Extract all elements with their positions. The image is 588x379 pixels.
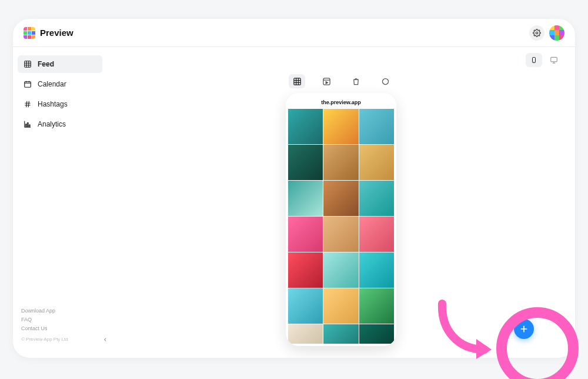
reels-icon [322, 77, 331, 86]
feed-post[interactable] [323, 145, 358, 180]
feed-post[interactable] [359, 252, 394, 288]
feed-post[interactable] [323, 252, 358, 288]
feed-post[interactable] [288, 288, 323, 324]
feed-post[interactable] [359, 288, 394, 324]
sidebar-item-label: Calendar [38, 80, 66, 88]
faq-link[interactable]: FAQ [21, 315, 99, 324]
desktop-icon [550, 56, 558, 64]
brand: Preview [24, 27, 74, 39]
svg-rect-6 [25, 82, 31, 87]
svg-rect-16 [26, 124, 27, 127]
grid-icon [293, 77, 302, 86]
feed-post[interactable] [288, 145, 323, 180]
svg-rect-24 [293, 78, 300, 84]
feed-post[interactable] [359, 109, 394, 144]
feed-post[interactable] [288, 324, 323, 344]
top-bar: Preview [13, 19, 575, 47]
brand-logo-icon [24, 27, 35, 39]
feed-post[interactable] [323, 324, 358, 344]
shopping-bag-icon [352, 77, 360, 86]
tab-stories[interactable] [377, 74, 393, 88]
sidebar-item-analytics[interactable]: Analytics [18, 115, 102, 133]
svg-rect-17 [27, 123, 28, 127]
user-avatar[interactable] [549, 25, 564, 41]
calendar-icon [24, 80, 32, 88]
copyright-text: © Preview App Pty Ltd [21, 335, 99, 344]
hashtag-icon [24, 100, 32, 108]
feed-post[interactable] [323, 288, 358, 324]
svg-rect-1 [25, 61, 31, 68]
sidebar-item-label: Feed [38, 60, 54, 68]
chart-icon [24, 120, 32, 128]
mobile-icon [530, 56, 537, 64]
settings-button[interactable] [529, 25, 544, 41]
feed-post[interactable] [359, 324, 394, 344]
feed-type-tabs [289, 74, 393, 88]
svg-line-12 [26, 101, 27, 108]
feed-post[interactable] [359, 217, 394, 252]
brand-title: Preview [40, 28, 74, 38]
feed-post[interactable] [288, 217, 323, 252]
desktop-view-button[interactable] [546, 53, 562, 67]
sidebar-footer: Download App FAQ Contact Us © Preview Ap… [18, 307, 102, 350]
download-app-link[interactable]: Download App [21, 307, 99, 315]
sidebar-item-label: Hashtags [38, 100, 68, 108]
sidebar-item-hashtags[interactable]: Hashtags [18, 95, 102, 113]
top-actions [529, 25, 564, 41]
device-view-toggle [526, 53, 562, 67]
grid-icon [24, 60, 32, 68]
sidebar-item-label: Analytics [38, 120, 66, 128]
app-window: Preview Feed [13, 19, 575, 358]
feed-post[interactable] [323, 217, 358, 252]
phone-preview: the.preview.app [286, 93, 396, 346]
phone-username: the.preview.app [288, 98, 394, 109]
svg-rect-21 [551, 57, 557, 62]
mobile-view-button[interactable] [526, 53, 542, 67]
sidebar: Feed Calendar Hashtags [13, 47, 107, 358]
feed-post[interactable] [323, 181, 358, 216]
feed-grid [288, 109, 394, 344]
tab-reels[interactable] [318, 74, 335, 88]
feed-post[interactable] [323, 109, 358, 144]
tab-shopping[interactable] [348, 74, 364, 88]
sidebar-nav: Feed Calendar Hashtags [18, 55, 102, 133]
main-content: the.preview.app [107, 47, 575, 358]
tab-grid[interactable] [289, 74, 305, 88]
feed-post[interactable] [359, 145, 394, 180]
svg-rect-29 [323, 78, 329, 84]
feed-post[interactable] [288, 252, 323, 288]
feed-post[interactable] [359, 181, 394, 216]
gear-icon [533, 29, 541, 37]
contact-link[interactable]: Contact Us [21, 324, 99, 333]
plus-icon [519, 324, 529, 334]
svg-line-13 [28, 101, 29, 108]
sidebar-item-feed[interactable]: Feed [18, 55, 102, 73]
svg-point-0 [536, 32, 538, 34]
sidebar-item-calendar[interactable]: Calendar [18, 75, 102, 93]
feed-post[interactable] [288, 181, 323, 216]
svg-point-31 [382, 78, 388, 84]
add-post-button[interactable] [514, 319, 534, 339]
circle-outline-icon [381, 77, 390, 86]
svg-rect-18 [29, 125, 30, 127]
feed-post[interactable] [288, 109, 323, 144]
